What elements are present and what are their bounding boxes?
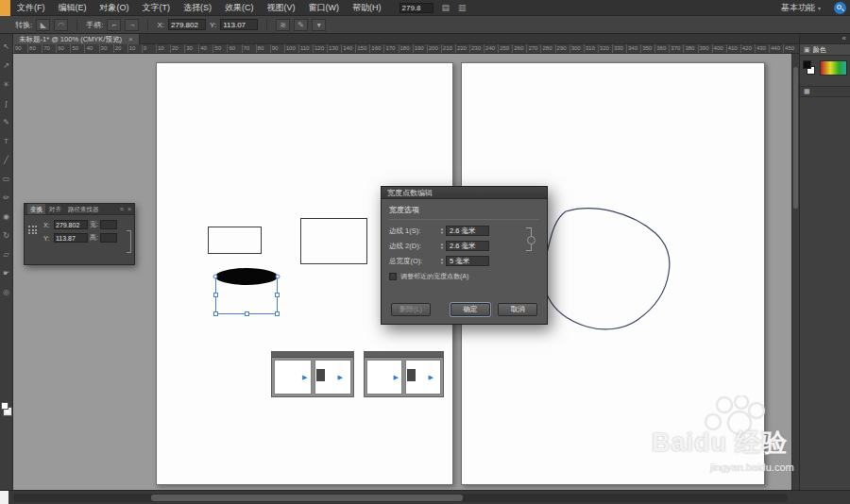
workspace-switcher[interactable]: 基本功能 ▾ bbox=[775, 2, 826, 14]
selection-handle[interactable] bbox=[214, 312, 218, 316]
menu-item-view[interactable]: 视图(V) bbox=[261, 0, 302, 16]
width-profile-dropdown[interactable]: ≋ bbox=[276, 19, 290, 31]
selection-handle[interactable] bbox=[246, 312, 249, 316]
magic-wand-tool-icon[interactable]: ✳ bbox=[1, 80, 12, 89]
hide-handles-icon[interactable]: ¬ bbox=[125, 19, 139, 31]
horizontal-scrollbar-thumb[interactable] bbox=[151, 495, 463, 501]
panel-menu-icon[interactable]: ≡ bbox=[120, 205, 124, 214]
paintbrush-tool-icon[interactable]: ✏ bbox=[1, 193, 12, 202]
transform-w-input[interactable] bbox=[100, 220, 117, 229]
fill-swatch[interactable] bbox=[803, 60, 811, 69]
rectangle-tool-icon[interactable]: ▭ bbox=[1, 175, 12, 183]
selected-width-stroke-shape[interactable] bbox=[213, 268, 280, 316]
reference-point-selector[interactable] bbox=[28, 226, 38, 235]
line-segment-tool-icon[interactable]: ╱ bbox=[1, 156, 12, 164]
color-spectrum[interactable] bbox=[820, 60, 847, 76]
collapse-panels-icon[interactable]: « bbox=[842, 34, 846, 43]
rectangle-shape-2[interactable] bbox=[301, 219, 367, 264]
lasso-tool-icon[interactable]: ʃ bbox=[1, 99, 12, 108]
constrain-proportions-icon[interactable] bbox=[127, 230, 131, 253]
width-stroke-blob[interactable] bbox=[215, 268, 278, 285]
transform-h-input[interactable] bbox=[100, 233, 117, 243]
menu-item-object[interactable]: 对象(O) bbox=[94, 0, 136, 16]
width-tool-icon[interactable]: ◉ bbox=[1, 212, 12, 221]
chevron-down-icon: ▾ bbox=[818, 5, 821, 11]
adjust-adjoining-checkbox[interactable] bbox=[389, 273, 397, 280]
side2-stepper[interactable]: ▲▼ bbox=[440, 243, 444, 250]
swatches-panel-tab[interactable]: ▦ bbox=[800, 86, 850, 97]
pen-tool-icon[interactable]: ✎ bbox=[1, 118, 12, 126]
delete-button[interactable]: 删除(L) bbox=[391, 303, 431, 316]
ruler-tick: 90 bbox=[270, 44, 284, 53]
fill-stroke-indicator bbox=[1, 402, 12, 419]
x-coordinate-input[interactable] bbox=[168, 19, 206, 30]
tab-transform[interactable]: 变换 bbox=[27, 204, 45, 214]
y-coordinate-input[interactable] bbox=[220, 19, 258, 30]
color-panel-tab[interactable]: ▣ 颜色 bbox=[800, 44, 850, 56]
control-bar: 转换: ◣ ◠ 手柄: ⌐ ¬ X: Y: ≋ ✎ ▾ bbox=[0, 16, 850, 34]
ruler-tick: 50 bbox=[70, 44, 84, 53]
transform-x-input[interactable] bbox=[54, 220, 88, 229]
menu-item-window[interactable]: 窗口(W) bbox=[302, 0, 347, 16]
selection-tool-icon[interactable]: ↖ bbox=[1, 42, 12, 51]
tab-align[interactable]: 对齐 bbox=[46, 204, 64, 214]
total-width-input[interactable] bbox=[446, 256, 489, 266]
ruler-tick: 80 bbox=[27, 44, 42, 53]
separator bbox=[76, 19, 77, 31]
close-icon[interactable]: × bbox=[128, 35, 133, 44]
width-point-handle[interactable] bbox=[213, 275, 217, 278]
side1-input[interactable] bbox=[446, 226, 489, 236]
search-icon[interactable] bbox=[834, 2, 846, 14]
menu-value-field[interactable]: 279.8 bbox=[400, 3, 434, 13]
arrange-documents-icon[interactable]: ▤ bbox=[442, 0, 450, 16]
width-point-edit-dialog: 宽度点数编辑 宽度选项 边线 1(S): ▲▼ 边线 2(D): ▲▼ 总宽度(… bbox=[381, 186, 548, 325]
selection-handle[interactable] bbox=[276, 312, 280, 316]
freeform-blob-path[interactable] bbox=[544, 209, 670, 329]
brush-definition-dropdown[interactable]: ✎ bbox=[294, 19, 308, 31]
convert-to-smooth-icon[interactable]: ◠ bbox=[54, 19, 68, 31]
scale-tool-icon[interactable]: ▱ bbox=[1, 250, 12, 259]
zoom-tool-icon[interactable]: ◎ bbox=[1, 288, 12, 296]
total-width-stepper[interactable]: ▲▼ bbox=[440, 258, 444, 265]
total-width-label: 总宽度(O): bbox=[389, 257, 440, 266]
side2-input[interactable] bbox=[446, 241, 489, 251]
ok-button[interactable]: 确定 bbox=[450, 303, 490, 316]
transform-y-input[interactable] bbox=[54, 233, 88, 243]
menu-item-select[interactable]: 选择(S) bbox=[177, 0, 218, 16]
horizontal-scrollbar[interactable] bbox=[13, 494, 788, 502]
fill-color-swatch[interactable] bbox=[1, 402, 8, 410]
menu-item-edit[interactable]: 编辑(E) bbox=[52, 0, 94, 16]
convert-to-corner-icon[interactable]: ◣ bbox=[36, 19, 50, 31]
type-tool-icon[interactable]: T bbox=[1, 137, 12, 145]
vertical-scrollbar-thumb[interactable] bbox=[793, 67, 798, 209]
link-width-values-icon[interactable] bbox=[526, 227, 532, 251]
ruler-tick: 370 bbox=[669, 44, 683, 53]
show-handles-icon[interactable]: ⌐ bbox=[107, 19, 121, 31]
hand-tool-icon[interactable]: ☛ bbox=[1, 269, 12, 277]
rectangle-shape-1[interactable] bbox=[209, 227, 262, 254]
menu-item-type[interactable]: 文字(T) bbox=[136, 0, 178, 16]
ruler-tick: 450 bbox=[783, 44, 797, 53]
transform-panel: 变换 对齐 路径查找器 ≡ × X: 宽: bbox=[24, 203, 135, 265]
width-point-handle[interactable] bbox=[276, 275, 280, 278]
menu-item-file[interactable]: 文件(F) bbox=[10, 0, 52, 16]
document-tab[interactable]: 未标题-1* @ 100% (CMYK/预览) × bbox=[13, 34, 140, 44]
direct-selection-tool-icon[interactable]: ↗ bbox=[1, 61, 12, 70]
side2-row: 边线 2(D): ▲▼ bbox=[389, 241, 539, 251]
style-dropdown[interactable]: ▾ bbox=[312, 19, 326, 31]
tab-pathfinder[interactable]: 路径查找器 bbox=[65, 204, 102, 214]
dialog-title-bar[interactable]: 宽度点数编辑 bbox=[382, 187, 547, 199]
menu-item-help[interactable]: 帮助(H) bbox=[346, 0, 388, 16]
cancel-button[interactable]: 取消 bbox=[498, 303, 537, 316]
ruler-tick: 30 bbox=[184, 44, 198, 53]
rotate-tool-icon[interactable]: ↻ bbox=[1, 231, 12, 240]
canvas[interactable]: ▶ ▶ ▶ ▶ bbox=[13, 54, 799, 490]
side1-stepper[interactable]: ▲▼ bbox=[440, 227, 444, 235]
menu-item-effect[interactable]: 效果(C) bbox=[218, 0, 261, 16]
vertical-scrollbar[interactable] bbox=[791, 54, 799, 490]
selection-handle[interactable] bbox=[214, 294, 218, 297]
screen-mode-icon[interactable]: ▥ bbox=[458, 0, 467, 16]
selection-handle[interactable] bbox=[276, 294, 280, 297]
panel-close-icon[interactable]: × bbox=[128, 205, 131, 214]
x-label: X: bbox=[157, 21, 164, 29]
